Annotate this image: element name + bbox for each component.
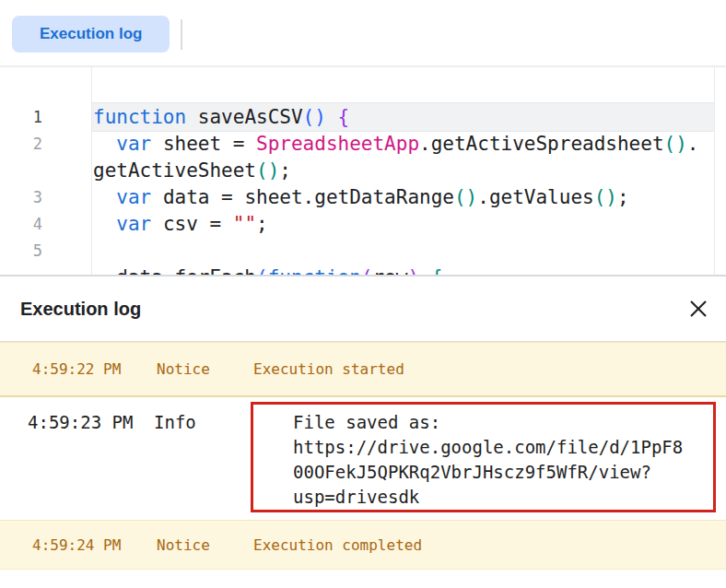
log-message-line: Execution completed	[253, 536, 726, 554]
log-message-line: 00OFekJ5QPKRq2VbrJHscz9f5WfR/view?	[293, 460, 726, 485]
log-level: Notice	[157, 533, 253, 558]
tab-divider	[181, 19, 182, 50]
close-button[interactable]	[685, 295, 712, 323]
execution-log-panel: Execution log 4:59:22 PMNoticeExecution …	[0, 275, 726, 588]
code-lines[interactable]: 1function saveAsCSV() {2 var sheet = Spr…	[0, 104, 714, 276]
code-editor[interactable]: 1function saveAsCSV() {2 var sheet = Spr…	[0, 65, 726, 276]
log-row-notice: 4:59:22 PMNoticeExecution started	[0, 342, 726, 397]
log-level: Info	[154, 410, 293, 435]
log-level: Notice	[157, 357, 253, 382]
log-rows: 4:59:22 PMNoticeExecution started4:59:23…	[0, 342, 726, 570]
code-text: var data = sheet.getDataRange().getValue…	[91, 184, 629, 211]
log-message-line: usp=drivesdk	[293, 485, 726, 510]
log-timestamp: 4:59:23 PM	[28, 410, 154, 435]
line-number[interactable]: 3	[0, 184, 91, 211]
line-number[interactable]: 5	[0, 238, 91, 265]
line-number[interactable]	[0, 158, 91, 184]
panel-title: Execution log	[20, 299, 141, 320]
log-timestamp: 4:59:24 PM	[32, 533, 157, 558]
code-text: function saveAsCSV() {	[91, 104, 349, 131]
log-row-info: 4:59:23 PMInfoFile saved as:https://driv…	[0, 397, 726, 520]
bottom-toolbar: Execution log	[12, 16, 182, 53]
close-icon	[688, 299, 708, 319]
code-line[interactable]: getActiveSheet();	[0, 158, 714, 184]
line-number[interactable]: 2	[0, 131, 91, 158]
code-line[interactable]: 5	[0, 238, 714, 265]
log-message: Execution completed	[253, 536, 726, 554]
log-message: File saved as:https://drive.google.com/f…	[293, 410, 726, 510]
code-line[interactable]: 1function saveAsCSV() {	[0, 104, 714, 131]
code-line[interactable]: 3 var data = sheet.getDataRange().getVal…	[0, 184, 714, 211]
line-number[interactable]: 1	[0, 104, 91, 131]
code-text	[91, 238, 93, 265]
execution-log-tab[interactable]: Execution log	[12, 16, 170, 53]
panel-header: Execution log	[0, 276, 726, 342]
log-timestamp: 4:59:22 PM	[32, 357, 157, 382]
log-message-line: Execution started	[253, 360, 726, 378]
code-line[interactable]: 2 var sheet = SpreadsheetApp.getActiveSp…	[0, 131, 714, 158]
editor-right-border	[714, 67, 715, 276]
code-text: getActiveSheet();	[91, 158, 291, 184]
log-message: Execution started	[253, 360, 726, 378]
code-text: var sheet = SpreadsheetApp.getActiveSpre…	[91, 131, 699, 158]
log-message-line: File saved as:	[293, 410, 726, 435]
line-number[interactable]: 4	[0, 211, 91, 238]
log-message-line: https://drive.google.com/file/d/1PpF8	[293, 435, 726, 460]
log-row-notice: 4:59:24 PMNoticeExecution completed	[0, 520, 726, 570]
code-text: var csv = "";	[91, 211, 268, 238]
code-line[interactable]: 4 var csv = "";	[0, 211, 714, 238]
